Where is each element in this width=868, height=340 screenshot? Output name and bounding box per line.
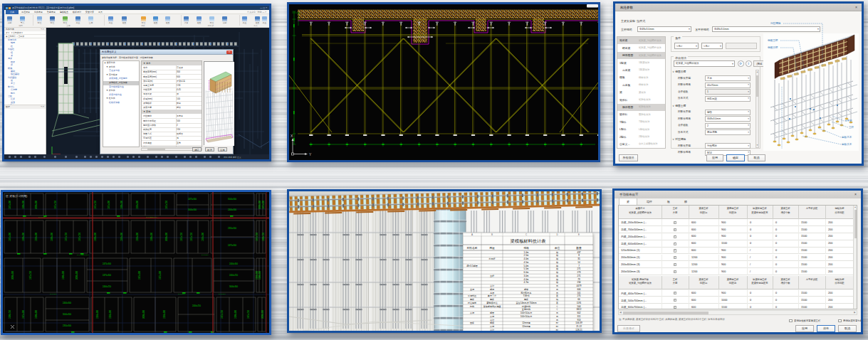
svg-text:2400x300: 2400x300: [19, 332, 26, 333]
svg-text:271: 271: [577, 275, 580, 277]
svg-text:2400x300: 2400x300: [202, 254, 209, 255]
svg-text:2.5m: 2.5m: [524, 254, 529, 257]
svg-text:T38×6: T38×6: [523, 294, 530, 297]
svg-text:2400x300: 2400x300: [150, 332, 157, 333]
svg-text:个: 个: [556, 308, 558, 311]
svg-text:根: 根: [556, 271, 558, 274]
svg-text:合计: 合计: [490, 285, 495, 287]
svg-text:3000x300: 3000x300: [63, 313, 71, 316]
svg-text:3000x300: 3000x300: [165, 233, 168, 241]
svg-text:3000x300: 3000x300: [35, 201, 38, 209]
svg-text:913: 913: [577, 319, 580, 322]
svg-text:2350x300: 2350x300: [136, 233, 139, 241]
svg-text:根: 根: [556, 267, 558, 270]
svg-text:2400x300: 2400x300: [63, 302, 71, 304]
svg-text:3000x300: 3000x300: [228, 198, 236, 201]
svg-text:根: 根: [556, 281, 558, 284]
svg-text:100×50木方: 100×50木方: [521, 312, 533, 314]
svg-text:m²: m²: [556, 329, 559, 331]
svg-text:对拉螺栓: 对拉螺栓: [468, 302, 476, 304]
svg-text:B: B: [491, 233, 493, 236]
svg-text:2400x300: 2400x300: [38, 216, 46, 218]
svg-text:架体钢管间的连接: 架体钢管间的连接: [483, 305, 501, 308]
svg-text:2400x250: 2400x250: [9, 310, 11, 319]
svg-text:块: 块: [555, 298, 558, 301]
svg-text:2350x300: 2350x300: [120, 233, 123, 241]
svg-text:3822: 3822: [577, 308, 582, 311]
svg-text:5.5m: 5.5m: [524, 267, 529, 270]
svg-text:根: 根: [556, 257, 558, 260]
svg-text:275: 275: [577, 294, 580, 297]
svg-text:602: 602: [577, 312, 580, 314]
svg-text:2475x250: 2475x250: [221, 310, 224, 319]
svg-text:2400x250: 2400x250: [229, 274, 238, 277]
svg-text:单支千斤: 单支千斤: [488, 294, 496, 297]
svg-text:234: 234: [577, 281, 580, 284]
svg-text:m: m: [556, 315, 558, 318]
svg-text:2400x300: 2400x300: [216, 332, 223, 333]
svg-text:2475x250: 2475x250: [29, 271, 32, 280]
svg-text:3000x300: 3000x300: [142, 310, 145, 319]
svg-text:100×50木方: 100×50木方: [521, 315, 533, 318]
svg-text:35: 35: [577, 257, 580, 260]
svg-text:2400x300: 2400x300: [150, 233, 153, 241]
svg-text:2350x300: 2350x300: [256, 271, 258, 280]
svg-text:80×80方木: 80×80方木: [521, 292, 532, 294]
svg-text:E: E: [578, 233, 580, 236]
svg-text:273: 273: [577, 271, 580, 274]
svg-text:2400x300: 2400x300: [120, 201, 123, 209]
svg-text:木楞: 木楞: [490, 292, 494, 294]
svg-text:6.0m: 6.0m: [524, 271, 529, 274]
svg-text:钢楞: 钢楞: [489, 288, 494, 291]
svg-text:立杆: 立杆: [490, 275, 494, 277]
svg-text:个: 个: [556, 305, 558, 308]
svg-text:2400x300: 2400x300: [35, 310, 38, 319]
svg-text:材料名称: 材料名称: [466, 246, 477, 250]
svg-text:2350x300: 2350x300: [163, 310, 166, 319]
svg-text:2475x300: 2475x300: [9, 233, 11, 241]
svg-text:垫板: 垫板: [490, 298, 494, 301]
svg-text:2475x300: 2475x300: [22, 310, 25, 319]
svg-text:21.22: 21.22: [576, 325, 582, 328]
svg-text:直径14mm,长700mm: 直径14mm,长700mm: [516, 302, 536, 304]
svg-text:根: 根: [556, 265, 558, 267]
svg-text:2475x250: 2475x250: [78, 233, 81, 241]
svg-text:2400x300: 2400x300: [50, 293, 57, 294]
svg-text:4.0m: 4.0m: [524, 257, 529, 260]
svg-text:水平杆: 水平杆: [488, 257, 495, 260]
svg-text:钢模: 钢模: [489, 322, 494, 324]
svg-text:2475x300: 2475x300: [103, 262, 111, 265]
svg-text:钢管: 钢管: [523, 288, 528, 291]
svg-text:2400x300: 2400x300: [178, 293, 185, 294]
svg-text:48×3.5钢管: 48×3.5钢管: [466, 265, 478, 267]
svg-text:4.5m: 4.5m: [524, 261, 529, 264]
svg-text:2400x300: 2400x300: [258, 271, 261, 280]
svg-text:5.0m: 5.0m: [524, 265, 529, 267]
svg-text:2475x250: 2475x250: [190, 233, 193, 241]
svg-text:3000x300: 3000x300: [261, 310, 264, 319]
svg-text:梁侧模对拉: 梁侧模对拉: [486, 301, 497, 304]
svg-text:128.21: 128.21: [575, 329, 582, 331]
svg-text:垫板: 垫板: [524, 298, 528, 301]
svg-text:437: 437: [577, 251, 580, 254]
svg-text:2475x300: 2475x300: [188, 198, 197, 201]
svg-text:3.0m: 3.0m: [524, 275, 529, 277]
svg-text:根: 根: [556, 261, 558, 264]
svg-text:根: 根: [556, 278, 558, 281]
svg-text:2350x300: 2350x300: [136, 201, 139, 209]
svg-text:m²: m²: [556, 322, 559, 324]
svg-text:套: 套: [556, 294, 558, 297]
svg-text:2475x300: 2475x300: [138, 271, 141, 280]
svg-text:1191: 1191: [577, 302, 582, 304]
svg-text:2475x300: 2475x300: [228, 244, 236, 247]
svg-text:271: 271: [577, 267, 580, 270]
svg-text:2400x250: 2400x250: [192, 304, 201, 307]
svg-text:2400x300: 2400x300: [219, 293, 226, 294]
svg-text:2475x300: 2475x300: [262, 201, 265, 209]
svg-text:主楞: 主楞: [470, 288, 474, 291]
svg-text:1.0m: 1.0m: [524, 251, 529, 254]
svg-text:2400x300: 2400x300: [77, 254, 84, 255]
svg-text:2400x300: 2400x300: [146, 216, 153, 218]
svg-text:2400x250: 2400x250: [262, 233, 265, 241]
svg-text:梁模板材料统计表: 梁模板材料统计表: [511, 238, 546, 244]
